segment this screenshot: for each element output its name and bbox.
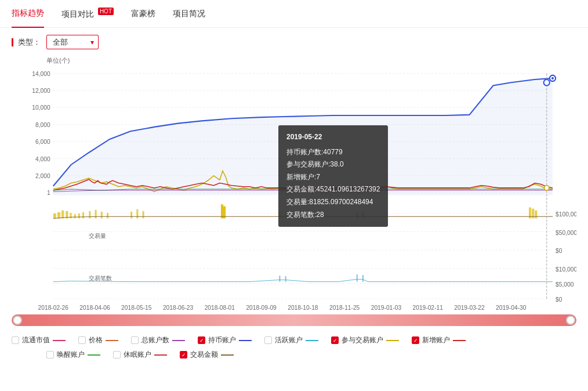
legend-checkbox-jiage[interactable] (78, 336, 86, 344)
legend-jiaoyijine[interactable]: 交易金额 (180, 350, 234, 360)
svg-rect-33 (53, 213, 56, 218)
svg-rect-37 (70, 213, 71, 218)
scroll-bar[interactable] (12, 314, 576, 326)
svg-text:10,000: 10,000 (32, 104, 50, 111)
svg-text:$5,000: $5,000 (556, 281, 574, 288)
legend-row-1: 流通市值 价格 总账户数 持币账户 活跃账户 参与 (12, 335, 576, 345)
svg-text:14,000: 14,000 (32, 71, 50, 77)
chart-wrapper[interactable]: .grid-line { stroke: #ddd; stroke-width:… (12, 67, 576, 311)
svg-rect-41 (89, 211, 90, 219)
scroll-thumb (12, 314, 576, 326)
svg-text:2018-10-18: 2018-10-18 (288, 305, 318, 311)
svg-text:12,000: 12,000 (32, 88, 50, 94)
filter-row: 类型： 全部 主流币 DeFi NFT (0, 28, 588, 56)
legend-label-huanxingzhanghushu: 唤醒账户 (57, 350, 85, 360)
legend-checkbox-huoyuezhanghushu[interactable] (264, 336, 272, 344)
svg-rect-43 (101, 212, 103, 219)
svg-rect-42 (95, 210, 97, 219)
legend-line-huanxingzhanghushu (88, 354, 100, 356)
svg-rect-35 (61, 211, 64, 219)
legend-line-canyujiaoyizhanghushu (386, 340, 399, 341)
main-chart-svg: .grid-line { stroke: #ddd; stroke-width:… (12, 67, 576, 311)
svg-text:$50,000,000: $50,000,000 (556, 230, 576, 236)
legend-line-zongjiaohushu (172, 340, 185, 341)
svg-text:2018-02-26: 2018-02-26 (38, 305, 69, 311)
legend-label-zongjiaohushu: 总账户数 (141, 335, 169, 345)
svg-point-32 (551, 77, 554, 79)
svg-rect-55 (532, 209, 534, 219)
legend-checkbox-xinzengjiaohushu[interactable] (412, 336, 419, 344)
legend-huoyuezhanghushu[interactable]: 活跃账户 (264, 335, 318, 345)
svg-rect-40 (82, 212, 84, 219)
svg-text:1: 1 (47, 190, 50, 196)
legend-label-huoyuezhanghushu: 活跃账户 (275, 335, 303, 345)
svg-text:2019-03-22: 2019-03-22 (454, 305, 485, 311)
svg-text:$0: $0 (556, 248, 562, 254)
svg-point-74 (544, 79, 550, 86)
legend-checkbox-huanxingzhanghushu[interactable] (46, 351, 54, 359)
svg-text:$100,000,000: $100,000,000 (556, 211, 576, 218)
filter-label: 类型： (12, 37, 41, 48)
legend-xiumianzhanghushu[interactable]: 休眠账户 (113, 350, 167, 360)
nav-item-fuhao[interactable]: 富豪榜 (131, 1, 155, 27)
legend-checkbox-chizhanghushu[interactable] (198, 336, 205, 344)
y-axis-label: 单位(个) (46, 56, 576, 65)
svg-marker-30 (53, 78, 553, 196)
legend-huanxingzhanghushu[interactable]: 唤醒账户 (46, 350, 100, 360)
svg-rect-34 (57, 212, 60, 219)
legend-xinzengjiaohushu[interactable]: 新增账户 (412, 335, 466, 345)
nav-item-zhibiao[interactable]: 指标趋势 (12, 0, 44, 28)
svg-rect-56 (535, 211, 537, 219)
legend-liutongshizhi[interactable]: 流通市值 (12, 335, 66, 345)
svg-text:4,000: 4,000 (35, 156, 50, 162)
legend-label-xinzengjiaohushu: 新增账户 (422, 335, 450, 345)
legend-line-xinzengjiaohushu (453, 340, 466, 341)
legend-line-xiumianzhanghushu (154, 354, 167, 356)
legend-label-jiaoyijine: 交易金额 (190, 350, 218, 360)
legend-line-chizhanghushu (239, 340, 252, 341)
legend-line-huoyuezhanghushu (306, 340, 318, 341)
type-select-wrapper: 全部 主流币 DeFi NFT (46, 35, 99, 49)
svg-rect-52 (357, 212, 358, 219)
svg-text:$10,000: $10,000 (556, 266, 576, 273)
chart-area: 单位(个) .grid-line { stroke: #ddd; stroke-… (0, 56, 588, 311)
svg-rect-38 (74, 214, 76, 218)
svg-text:6,000: 6,000 (35, 139, 50, 145)
legend-jiage[interactable]: 价格 (78, 335, 118, 345)
svg-rect-59 (357, 274, 358, 282)
nav-item-duibi[interactable]: 项目对比 HOT (61, 0, 114, 27)
legend-label-jiage: 价格 (89, 335, 103, 345)
legend-checkbox-canyujiaoyizhanghushu[interactable] (331, 336, 339, 344)
hot-badge: HOT (98, 8, 114, 15)
svg-rect-50 (279, 212, 281, 219)
nav-item-jiankuang[interactable]: 项目简况 (173, 1, 205, 27)
legend-checkbox-liutongshizhi[interactable] (12, 336, 19, 344)
type-select[interactable]: 全部 主流币 DeFi NFT (46, 35, 99, 49)
svg-text:交易笔数: 交易笔数 (89, 275, 112, 281)
svg-text:2018-06-23: 2018-06-23 (163, 305, 194, 311)
scroll-left-handle[interactable] (13, 316, 22, 325)
svg-text:$0: $0 (556, 296, 562, 303)
svg-rect-57 (279, 276, 280, 282)
svg-rect-46 (136, 209, 138, 219)
svg-rect-58 (285, 276, 286, 281)
legend-checkbox-xiumianzhanghushu[interactable] (113, 351, 121, 359)
legend-checkbox-jiaoyijine[interactable] (180, 351, 187, 359)
legend-checkbox-zongjiaohushu[interactable] (131, 336, 139, 344)
legend-line-liutongshizhi (53, 340, 66, 341)
svg-text:2018-11-25: 2018-11-25 (329, 305, 360, 311)
svg-text:2019-01-03: 2019-01-03 (371, 305, 402, 311)
svg-text:2018-04-06: 2018-04-06 (79, 305, 110, 311)
legend-label-xiumianzhanghushu: 休眠账户 (124, 350, 151, 360)
legend-chizhanghushu[interactable]: 持币账户 (198, 335, 252, 345)
scroll-right-handle[interactable] (566, 316, 575, 325)
svg-text:2018-05-15: 2018-05-15 (121, 305, 152, 311)
svg-text:8,000: 8,000 (35, 122, 50, 128)
legend-zongjiaohushu[interactable]: 总账户数 (131, 335, 185, 345)
svg-text:2,000: 2,000 (35, 173, 50, 179)
svg-point-75 (545, 186, 549, 190)
svg-rect-51 (285, 211, 287, 219)
legend-line-jiaoyijine (221, 354, 234, 356)
legend-canyujiaoyizhanghushu[interactable]: 参与交易账户 (331, 335, 399, 345)
legend-label-liutongshizhi: 流通市值 (22, 335, 50, 345)
